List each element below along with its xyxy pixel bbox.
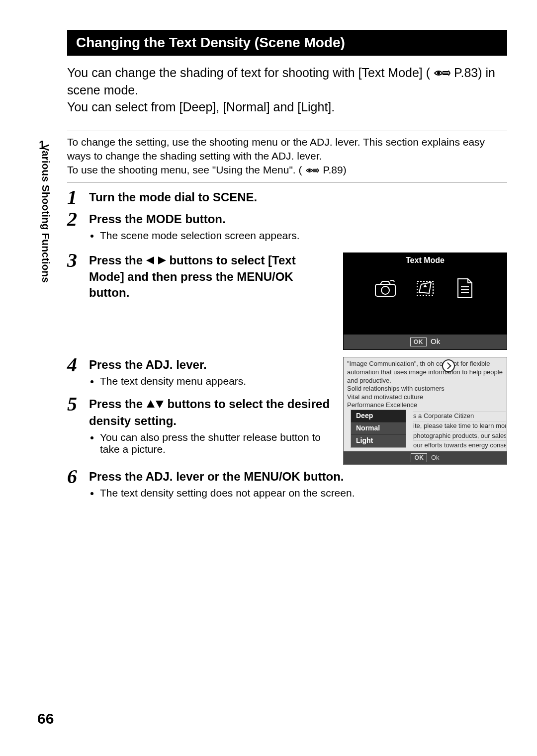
step-title: Press the MODE button. [89, 211, 507, 227]
svg-marker-12 [147, 400, 155, 408]
note-line-2a: To use the shooting menu, see "Using the… [67, 164, 302, 175]
step-bullet: The text density menu appears. [100, 375, 332, 387]
ok-text: Ok [431, 454, 440, 461]
step-3: 3 Press the buttons to select [Text Mode… [67, 251, 507, 350]
step-number: 3 [67, 251, 89, 270]
note-line-1: To change the setting, use the shooting … [67, 135, 507, 164]
screenshot-title: Text Mode [344, 253, 507, 269]
screenshot-footer: OK Ok [344, 335, 507, 349]
page-number: 66 [37, 710, 54, 727]
intro-text-1a: You can change the shading of text for s… [67, 66, 430, 80]
svg-marker-3 [158, 256, 166, 264]
step-bullet: The text density setting does not appear… [100, 487, 507, 499]
step-1: 1 Turn the mode dial to SCENE. [67, 187, 507, 207]
step-title: Turn the mode dial to SCENE. [89, 189, 507, 205]
step-title-part: Press the [89, 397, 146, 411]
svg-point-5 [381, 286, 389, 294]
step-title-part: Press the [89, 253, 146, 267]
svg-point-1 [308, 169, 311, 171]
chapter-title-vertical: Various Shooting Functions [40, 144, 52, 283]
svg-marker-13 [156, 401, 164, 408]
step-number: 2 [67, 209, 89, 229]
skew-correction-icon [414, 277, 437, 300]
screenshot-footer: OK Ok [344, 451, 507, 464]
step-title: Press the buttons to select the desired … [89, 396, 332, 428]
steps-list: 1 Turn the mode dial to SCENE. 2 Press t… [67, 187, 507, 506]
step-bullet: The scene mode selection screen appears. [100, 230, 507, 242]
density-menu: Deep Normal Light [351, 410, 406, 448]
svg-marker-8 [423, 284, 427, 287]
note-box: To change the setting, use the shooting … [67, 131, 507, 182]
step-2: 2 Press the MODE button. The scene mode … [67, 209, 507, 249]
left-right-arrow-icon [146, 253, 166, 269]
step-number: 4 [67, 355, 89, 375]
camera-icon [374, 277, 397, 300]
ok-button-indicator: OK [411, 453, 427, 462]
ok-text: Ok [431, 337, 440, 345]
up-down-arrow-icon [146, 397, 164, 413]
step-title: Press the buttons to select [Text Mode] … [89, 252, 332, 300]
density-option-deep: Deep [351, 410, 406, 422]
reference-icon [305, 164, 320, 178]
camera-screenshot-density-menu: "Image Communication", th oh concept for… [343, 357, 507, 465]
note-line-2b: P.89) [323, 164, 347, 175]
camera-screenshot-text-mode: Text Mode [343, 252, 507, 350]
manual-page: 1 Various Shooting Functions Changing th… [0, 0, 537, 756]
step-6: 6 Press the ADJ. lever or the MENU/OK bu… [67, 467, 507, 506]
screenshot-background-text: "Image Communication", th oh concept for… [344, 357, 507, 411]
density-option-light: Light [351, 435, 406, 447]
svg-point-0 [437, 72, 440, 75]
step-4: 4 Press the ADJ. lever. The text density… [67, 355, 507, 465]
step-number: 5 [67, 394, 89, 414]
svg-marker-7 [419, 282, 431, 293]
document-icon [453, 277, 476, 300]
reference-icon [434, 66, 450, 83]
step-title: Press the ADJ. lever or the MENU/OK butt… [89, 469, 507, 484]
step-number: 1 [67, 187, 89, 207]
ok-button-indicator: OK [410, 337, 427, 346]
svg-marker-2 [146, 256, 154, 264]
intro-paragraph: You can change the shading of text for s… [67, 65, 507, 116]
step-bullet: You can also press the shutter release b… [100, 431, 332, 455]
intro-text-2: You can select from [Deep], [Normal] and… [67, 100, 335, 114]
step-number: 6 [67, 467, 89, 487]
step-title: Press the ADJ. lever. [89, 357, 332, 372]
section-title: Changing the Text Density (Scene Mode) [67, 30, 507, 56]
density-option-normal: Normal [351, 422, 406, 435]
screenshot-right-text: s a Corporate Citizen ite, please take t… [413, 411, 506, 450]
